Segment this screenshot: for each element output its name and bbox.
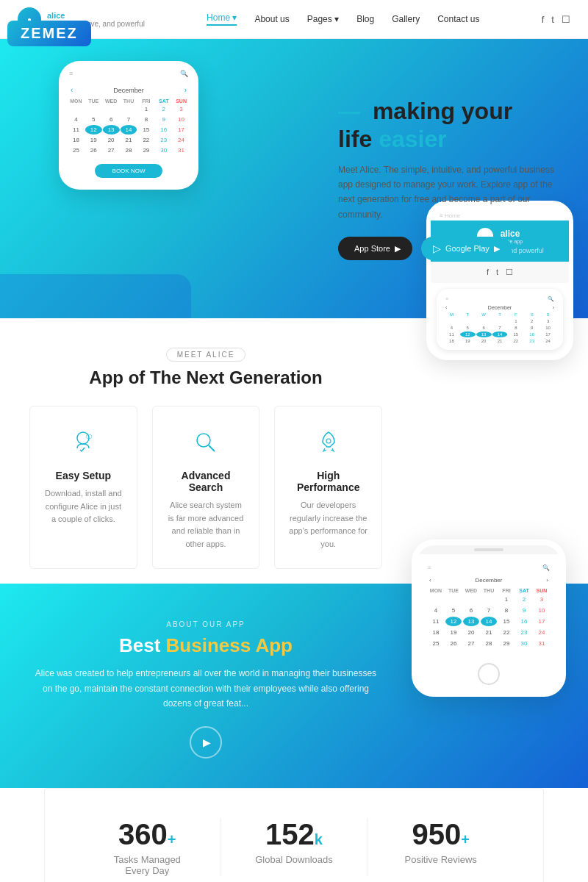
- cal-next[interactable]: ›: [184, 86, 187, 94]
- zemez-badge: ZEMEZ: [7, 21, 91, 46]
- nav-contact[interactable]: Contact us: [437, 14, 479, 24]
- search-icon: [187, 424, 224, 461]
- cal-month: December: [113, 87, 144, 94]
- features-section-label: MEET ALICE: [166, 348, 246, 362]
- navbar: ● alice Simple, intuitive, and powerful …: [0, 0, 588, 39]
- about-calendar: ‹ December › MON TUE WED THU FRI SAT SUN…: [425, 574, 553, 650]
- feature-card-performance: High Performance Our developers regularl…: [274, 406, 382, 569]
- stat-tasks: 360+ Tasks ManagedEvery Day: [74, 818, 221, 876]
- nav-about[interactable]: About us: [254, 14, 289, 24]
- hero-buttons: App Store ▶ ▷ Google Play ▶: [338, 237, 559, 260]
- appstore-button[interactable]: App Store ▶: [338, 237, 412, 260]
- about-title: Best Business App: [29, 634, 382, 657]
- book-now-button[interactable]: BOOK NOW: [95, 164, 163, 178]
- nav-home[interactable]: Home ▾: [207, 12, 237, 26]
- nav-pages[interactable]: Pages ▾: [307, 14, 339, 24]
- phone-search-icon: 🔍: [180, 70, 188, 77]
- phone-inner-mockup: ≡ 🔍 ‹ December › MTWTFSS 123: [431, 283, 569, 356]
- twitter-icon[interactable]: t: [551, 14, 554, 25]
- cal-days: MON TUE WED THU FRI SAT SUN 123 4567 891…: [65, 97, 193, 157]
- cal-header: ‹ December ›: [65, 83, 193, 97]
- calendar: ‹ December › MON TUE WED THU FRI SAT SUN…: [65, 83, 193, 157]
- instagram-icon[interactable]: ☐: [562, 14, 570, 25]
- about-desc: Alice was created to help entrepreneurs …: [29, 666, 382, 711]
- feature-name-perf: High Performance: [288, 470, 368, 493]
- rocket-icon: [310, 424, 347, 461]
- feature-name-search: Advanced Search: [166, 470, 246, 493]
- logo-name: alice: [47, 11, 145, 20]
- hero-decoration: [0, 274, 191, 318]
- play-arrow2-icon: ▶: [494, 244, 500, 254]
- hero-title: making your life easier: [338, 97, 559, 154]
- setup-icon: [65, 424, 101, 461]
- google-icon: ▷: [433, 243, 441, 254]
- nav-gallery[interactable]: Gallery: [392, 14, 420, 24]
- hero-section: ≡ 🔍 ‹ December › MON TUE WED THU FRI SAT…: [0, 39, 588, 318]
- stat-reviews: 950+ Positive Reviews: [368, 818, 514, 876]
- features-content: MEET ALICE App of The Next Generation Ea…: [29, 348, 382, 569]
- cal-prev[interactable]: ‹: [71, 86, 73, 94]
- hero-desc: Meet Alice. The simple, intuitive, and p…: [338, 162, 559, 223]
- hero-text: making your life easier Meet Alice. The …: [323, 68, 588, 290]
- stat-reviews-label: Positive Reviews: [368, 854, 514, 865]
- nav-social: f t ☐: [542, 14, 570, 25]
- feature-desc-perf: Our developers regularly increase the ap…: [288, 499, 368, 551]
- svg-line-3: [209, 445, 215, 451]
- about-phone-menu: ≡: [428, 564, 431, 571]
- svg-point-2: [197, 434, 210, 447]
- mini-calendar: ‹ December › MTWTFSS 123 45678910 111213…: [442, 304, 557, 344]
- feature-card-search: Advanced Search Alice search system is f…: [152, 406, 260, 569]
- feature-desc-setup: Download, install and configure Alice in…: [43, 487, 123, 526]
- hero-dash: [338, 112, 360, 114]
- play-arrow-icon: ▶: [395, 244, 401, 254]
- feature-desc-search: Alice search system is far more advanced…: [166, 499, 246, 551]
- nav-blog[interactable]: Blog: [356, 14, 374, 24]
- features-cards: Easy Setup Download, install and configu…: [29, 406, 382, 569]
- about-section-label: ABOUT OUR APP: [29, 620, 382, 628]
- nav-links: Home ▾ About us Pages ▾ Blog Gallery Con…: [207, 12, 480, 26]
- stat-downloads-label: Global Downloads: [221, 854, 368, 865]
- about-section: ABOUT OUR APP Best Business App Alice wa…: [0, 584, 588, 795]
- svg-point-4: [326, 439, 331, 443]
- phone-menu-icon: ≡: [69, 70, 73, 77]
- about-phone-search: 🔍: [542, 564, 550, 571]
- hero-phone-mockup: ≡ 🔍 ‹ December › MON TUE WED THU FRI SAT…: [59, 61, 198, 190]
- svg-point-0: [77, 432, 89, 444]
- stat-tasks-label: Tasks ManagedEvery Day: [74, 854, 220, 876]
- about-phone-mockup: ≡ 🔍 ‹ December › MON TUE WED THU FRI SAT…: [412, 539, 566, 697]
- stats-wrapper: 360+ Tasks ManagedEvery Day 152k Global …: [0, 788, 588, 882]
- features-title: App of The Next Generation: [89, 368, 322, 388]
- feature-card-setup: Easy Setup Download, install and configu…: [29, 406, 137, 569]
- stat-downloads: 152k Global Downloads: [221, 818, 368, 876]
- phone-home-button[interactable]: [478, 663, 500, 685]
- googleplay-button[interactable]: ▷ Google Play ▶: [421, 237, 512, 260]
- play-button[interactable]: [190, 726, 222, 759]
- hero-left: ≡ 🔍 ‹ December › MON TUE WED THU FRI SAT…: [0, 39, 323, 318]
- facebook-icon[interactable]: f: [542, 14, 545, 25]
- stats-bar: 360+ Tasks ManagedEvery Day 152k Global …: [44, 788, 544, 882]
- feature-name-setup: Easy Setup: [43, 470, 123, 481]
